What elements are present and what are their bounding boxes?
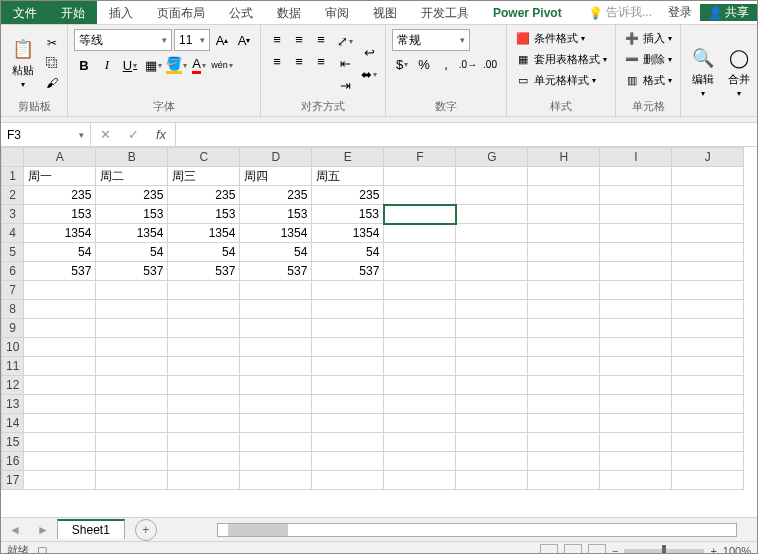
col-header-F[interactable]: F [384,148,456,167]
cell[interactable] [24,414,96,433]
align-middle-button[interactable]: ≡ [289,29,309,49]
percent-button[interactable]: % [414,54,434,74]
cell[interactable] [384,205,456,224]
cell[interactable]: 235 [24,186,96,205]
cell[interactable] [528,186,600,205]
cut-button[interactable]: ✂ [43,34,61,52]
cell[interactable] [168,376,240,395]
cell[interactable] [240,395,312,414]
cell[interactable] [384,224,456,243]
cell[interactable] [24,452,96,471]
zoom-level[interactable]: 100% [723,545,751,555]
cell[interactable] [24,281,96,300]
cell[interactable]: 54 [168,243,240,262]
col-header-I[interactable]: I [600,148,672,167]
col-header-H[interactable]: H [528,148,600,167]
cell[interactable] [96,452,168,471]
cell[interactable] [600,319,672,338]
tab-power-pivot[interactable]: Power Pivot [481,1,574,24]
cell[interactable]: 537 [312,262,384,281]
cell[interactable] [528,167,600,186]
insert-cells-button[interactable]: ➕插入▾ [622,29,674,47]
row-header-8[interactable]: 8 [2,300,24,319]
cell[interactable] [312,319,384,338]
row-header-4[interactable]: 4 [2,224,24,243]
cell[interactable] [456,376,528,395]
row-header-5[interactable]: 5 [2,243,24,262]
cell[interactable] [168,471,240,490]
tab-页面布局[interactable]: 页面布局 [145,1,217,24]
comma-button[interactable]: , [436,54,456,74]
cell[interactable] [312,338,384,357]
cell[interactable]: 周二 [96,167,168,186]
cell[interactable]: 周一 [24,167,96,186]
edit-button[interactable]: 🔍编辑▾ [687,29,719,114]
font-size-select[interactable]: 11 [174,29,210,51]
cell[interactable] [456,281,528,300]
cell[interactable] [240,452,312,471]
cell[interactable]: 537 [24,262,96,281]
cell[interactable] [384,471,456,490]
cell[interactable]: 153 [240,205,312,224]
cell[interactable] [672,357,744,376]
cell[interactable] [456,471,528,490]
tab-公式[interactable]: 公式 [217,1,265,24]
cell[interactable] [600,205,672,224]
row-header-11[interactable]: 11 [2,357,24,376]
cell[interactable] [384,395,456,414]
cell[interactable] [384,357,456,376]
cell[interactable] [312,281,384,300]
align-right-button[interactable]: ≡ [311,51,331,71]
cell[interactable]: 1354 [168,224,240,243]
col-header-D[interactable]: D [240,148,312,167]
cell[interactable] [96,338,168,357]
normal-view-button[interactable] [540,544,558,555]
align-center-button[interactable]: ≡ [289,51,309,71]
row-header-15[interactable]: 15 [2,433,24,452]
cell[interactable] [384,262,456,281]
cell[interactable] [672,281,744,300]
cell[interactable]: 周三 [168,167,240,186]
cell[interactable] [600,433,672,452]
row-header-6[interactable]: 6 [2,262,24,281]
cell[interactable]: 537 [96,262,168,281]
row-header-16[interactable]: 16 [2,452,24,471]
cell[interactable]: 537 [168,262,240,281]
cell[interactable]: 周五 [312,167,384,186]
cell[interactable] [456,433,528,452]
cell[interactable] [384,319,456,338]
font-color-button[interactable]: A [189,55,209,75]
cell[interactable] [384,281,456,300]
cell[interactable] [600,243,672,262]
row-header-13[interactable]: 13 [2,395,24,414]
tab-数据[interactable]: 数据 [265,1,313,24]
zoom-slider[interactable] [624,549,704,553]
cell[interactable]: 1354 [240,224,312,243]
cell[interactable] [528,471,600,490]
cell[interactable] [672,205,744,224]
cell-styles-button[interactable]: ▭单元格样式▾ [513,71,609,89]
merge-button[interactable]: ◯合并▾ [723,29,755,114]
cell[interactable]: 153 [312,205,384,224]
align-left-button[interactable]: ≡ [267,51,287,71]
cell[interactable]: 153 [168,205,240,224]
cell[interactable]: 54 [24,243,96,262]
cell[interactable]: 54 [312,243,384,262]
cell[interactable] [168,452,240,471]
align-top-button[interactable]: ≡ [267,29,287,49]
col-header-J[interactable]: J [672,148,744,167]
cell[interactable] [672,319,744,338]
cell[interactable] [672,414,744,433]
cell[interactable] [456,186,528,205]
font-name-select[interactable]: 等线 [74,29,172,51]
cell[interactable] [672,376,744,395]
cell[interactable] [456,357,528,376]
cell[interactable] [384,376,456,395]
cell[interactable]: 1354 [312,224,384,243]
cell[interactable]: 54 [96,243,168,262]
cell[interactable]: 537 [240,262,312,281]
cell[interactable] [672,433,744,452]
enter-formula-button[interactable]: ✓ [119,127,147,142]
cell[interactable] [24,433,96,452]
cell[interactable] [528,338,600,357]
